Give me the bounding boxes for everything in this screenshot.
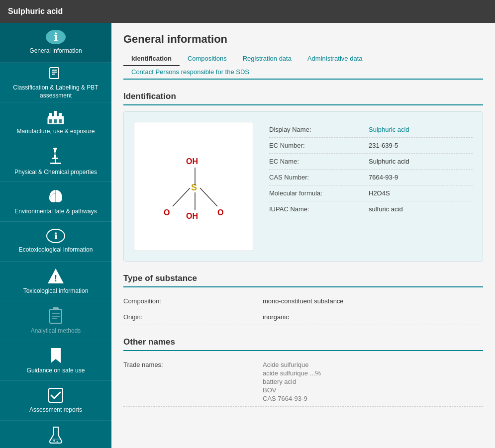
trade-name-1: acide sulfurique ...%	[263, 369, 321, 377]
label-display-name: Display Name:	[269, 126, 369, 133]
sidebar-item-physical-chemical[interactable]: Physical & Chemical properties	[0, 142, 111, 182]
composition-label: Composition:	[123, 297, 263, 305]
tab-registration-data[interactable]: Registration data	[235, 52, 299, 65]
trade-names-row: Trade names: Acide sulfurique acide sulf…	[123, 357, 483, 407]
warning-icon: !	[47, 268, 65, 284]
tab-identification[interactable]: Identification	[123, 52, 180, 66]
tab-administrative-data[interactable]: Administrative data	[299, 52, 371, 65]
label-ec-number: EC Number:	[269, 142, 369, 149]
app-header: Sulphuric acid	[0, 0, 495, 23]
origin-row: Origin: inorganic	[123, 309, 483, 325]
sidebar-label-analytical: Analytical methods	[31, 327, 81, 335]
sidebar-label-manufacture: Manufacture, use & exposure	[17, 128, 95, 136]
sidebar-label-assessment: Assessment reports	[29, 406, 82, 414]
svg-rect-22	[52, 313, 60, 314]
main-layout: ℹ General information Classification & L…	[0, 23, 495, 448]
bookmark-icon	[49, 347, 62, 364]
main-content: General information Identification Compo…	[111, 23, 495, 448]
type-of-substance-section: Type of substance Composition: mono-cons…	[123, 273, 483, 325]
info-icon: ℹ	[46, 30, 66, 44]
sidebar-item-general-information[interactable]: ℹ General information	[0, 23, 111, 63]
sidebar-label-guidance: Guidance on safe use	[27, 367, 85, 375]
svg-rect-2	[52, 72, 57, 73]
svg-point-27	[57, 441, 58, 442]
value-ec-number: 231-639-5	[369, 142, 398, 149]
svg-text:OH: OH	[186, 212, 198, 220]
molecule-diagram: S OH OH O O	[134, 122, 253, 251]
trade-names-label: Trade names:	[123, 361, 263, 402]
svg-point-26	[53, 440, 55, 442]
page-title: General information	[123, 33, 483, 46]
info-row-iupac-name: IUPAC Name: sulfuric acid	[269, 201, 473, 217]
label-icon	[47, 65, 65, 81]
info-row-ec-number: EC Number: 231-639-5	[269, 138, 473, 154]
trade-names-list: Acide sulfurique acide sulfurique ...% b…	[263, 361, 321, 402]
sidebar-item-analytical: Analytical methods	[0, 301, 111, 341]
sidebar-label-physical-chemical: Physical & Chemical properties	[14, 169, 97, 177]
microscope-icon	[48, 148, 63, 166]
sidebar-item-reference[interactable]: Reference substances	[0, 421, 111, 448]
tab-contact-persons[interactable]: Contact Persons responsible for the SDS	[123, 65, 257, 79]
svg-rect-21	[53, 307, 59, 310]
origin-label: Origin:	[123, 313, 263, 321]
checkmark-icon	[48, 387, 64, 403]
svg-rect-10	[54, 119, 57, 123]
sidebar-label-classification: Classification & Labelling & PBT assessm…	[4, 84, 107, 99]
svg-line-33	[173, 188, 190, 206]
value-cas-number: 7664-93-9	[369, 174, 398, 181]
sidebar-label-ecotoxicological: Ecotoxicological information	[19, 246, 93, 254]
sidebar: ℹ General information Classification & L…	[0, 23, 111, 448]
svg-line-35	[200, 188, 217, 206]
other-names-title: Other names	[123, 337, 483, 351]
value-display-name[interactable]: Sulphuric acid	[369, 126, 409, 133]
svg-rect-9	[49, 119, 52, 123]
sidebar-item-guidance[interactable]: Guidance on safe use	[0, 341, 111, 381]
svg-rect-3	[52, 74, 55, 75]
svg-rect-24	[52, 318, 57, 319]
svg-text:OH: OH	[186, 157, 198, 166]
factory-icon	[47, 109, 65, 125]
trade-name-0: Acide sulfurique	[263, 361, 321, 368]
identification-section: Identification S OH OH	[123, 91, 483, 262]
composition-row: Composition: mono-constituent substance	[123, 293, 483, 309]
info-table: Display Name: Sulphuric acid EC Number: …	[269, 122, 473, 251]
value-iupac-name: sulfuric acid	[369, 205, 403, 213]
value-molecular-formula: H2O4S	[369, 189, 390, 197]
svg-rect-23	[52, 316, 60, 317]
label-cas-number: CAS Number:	[269, 174, 369, 181]
sidebar-label-toxicological: Toxicological information	[23, 287, 89, 295]
molecule-svg: S OH OH O O	[144, 132, 243, 241]
identification-card: S OH OH O O	[123, 111, 483, 262]
sidebar-item-environmental[interactable]: Environmental fate & pathways	[0, 182, 111, 222]
app-title: Sulphuric acid	[8, 7, 63, 15]
svg-text:O: O	[164, 208, 170, 217]
svg-rect-14	[52, 158, 58, 159]
svg-rect-16	[50, 163, 61, 164]
label-molecular-formula: Molecular formula:	[269, 189, 369, 197]
tab-compositions[interactable]: Compositions	[180, 52, 235, 65]
type-of-substance-title: Type of substance	[123, 273, 483, 287]
origin-value: inorganic	[263, 313, 289, 321]
other-names-section: Other names Trade names: Acide sulfuriqu…	[123, 337, 483, 407]
svg-point-17	[54, 152, 57, 155]
info-row-ec-name: EC Name: Sulphuric acid	[269, 154, 473, 170]
sidebar-label-general-information: General information	[29, 47, 82, 55]
svg-rect-1	[52, 70, 57, 71]
sidebar-item-classification[interactable]: Classification & Labelling & PBT assessm…	[0, 63, 111, 102]
sidebar-label-environmental: Environmental fate & pathways	[14, 208, 97, 216]
leaf-icon	[47, 188, 64, 205]
clipboard-icon	[49, 307, 63, 324]
sidebar-item-ecotoxicological[interactable]: ℹ Ecotoxicological information	[0, 222, 111, 262]
sidebar-item-assessment[interactable]: Assessment reports	[0, 381, 111, 421]
sidebar-item-toxicological[interactable]: ! Toxicological information	[0, 262, 111, 301]
label-ec-name: EC Name:	[269, 158, 369, 165]
identification-section-title: Identification	[123, 91, 483, 105]
svg-rect-11	[59, 119, 62, 123]
info-row-display-name: Display Name: Sulphuric acid	[269, 122, 473, 138]
composition-value: mono-constituent substance	[263, 297, 344, 305]
sidebar-item-manufacture[interactable]: Manufacture, use & exposure	[0, 102, 111, 142]
value-ec-name: Sulphuric acid	[369, 158, 409, 165]
svg-point-13	[53, 148, 57, 150]
svg-text:S: S	[191, 182, 197, 192]
svg-text:O: O	[217, 208, 223, 217]
